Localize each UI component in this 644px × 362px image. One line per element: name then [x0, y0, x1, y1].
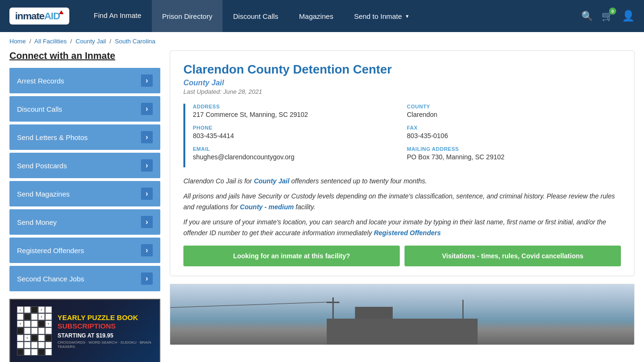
- main-layout: Connect with an Inmate Arrest Records › …: [0, 50, 644, 362]
- breadcrumb-sep-1: /: [29, 38, 31, 45]
- address-label: ADDRESS: [193, 104, 397, 109]
- fax-block: FAX 803-435-0106: [407, 125, 621, 140]
- info-grid: ADDRESS 217 Commerce St, Manning, SC 291…: [183, 104, 621, 167]
- arrow-icon: ›: [141, 131, 153, 143]
- navbar: inmate AID Find An Inmate Prison Directo…: [0, 0, 644, 32]
- email-label: EMAIL: [193, 146, 397, 152]
- nav-send-to-inmate[interactable]: Send to Inmate ▼: [344, 0, 420, 32]
- breadcrumb-sep-2: /: [70, 38, 72, 45]
- email-value: shughes@clarendoncountygov.org: [193, 153, 397, 161]
- facility-desc-2: All prisons and jails have Security or C…: [183, 191, 621, 212]
- address-value: 217 Commerce St, Manning, SC 29102: [193, 111, 397, 118]
- content: Clarendon County Detention Center County…: [170, 50, 635, 345]
- county-value: Clarendon: [407, 111, 611, 118]
- puzzle-ad-text: YEARLY PUZZLE BOOK SUBSCRIPTIONS STARTIN…: [58, 313, 153, 349]
- navbar-nav: Find An Inmate Prison Directory Discount…: [83, 0, 581, 32]
- flag-pole: [462, 300, 463, 319]
- action-buttons: Looking for an inmate at this facility? …: [183, 246, 621, 266]
- user-button[interactable]: 👤: [622, 10, 635, 22]
- breadcrumb-south-carolina[interactable]: South Carolina: [115, 38, 156, 45]
- facility-type: County Jail: [183, 79, 621, 87]
- puzzle-title: YEARLY PUZZLE BOOK SUBSCRIPTIONS: [58, 313, 153, 330]
- building-main: [327, 319, 478, 345]
- nav-discount-calls[interactable]: Discount Calls: [223, 0, 289, 32]
- sidebar-item-discount-calls[interactable]: Discount Calls ›: [9, 96, 160, 122]
- arrow-icon: ›: [141, 74, 153, 87]
- building-wing: [355, 307, 393, 319]
- facility-card: Clarendon County Detention Center County…: [170, 50, 635, 276]
- breadcrumb: Home / All Facilities / County Jail / So…: [0, 32, 644, 50]
- mailing-value: PO Box 730, Manning, SC 29102: [407, 153, 611, 161]
- arrow-icon: ›: [141, 216, 153, 228]
- address-block: ADDRESS 217 Commerce St, Manning, SC 291…: [193, 104, 407, 118]
- search-button[interactable]: 🔍: [581, 10, 593, 22]
- sidebar-item-second-chance-jobs[interactable]: Second Chance Jobs ›: [9, 266, 160, 291]
- nav-magazines[interactable]: Magazines: [289, 0, 344, 32]
- facility-desc-1: Clarendon Co Jail is for County Jail off…: [183, 176, 621, 186]
- puzzle-grid-visual: 1 2 3 4 5: [17, 306, 52, 355]
- county-block: COUNTY Clarendon: [407, 104, 621, 118]
- nav-find-inmate[interactable]: Find An Inmate: [83, 0, 152, 32]
- looking-for-inmate-button[interactable]: Looking for an inmate at this facility?: [183, 246, 400, 266]
- cart-button[interactable]: 🛒 0: [602, 10, 613, 22]
- email-block: EMAIL shughes@clarendoncountygov.org: [193, 146, 407, 161]
- logo[interactable]: inmate AID: [9, 8, 69, 25]
- arrow-icon: ›: [141, 272, 153, 285]
- puzzle-ad[interactable]: 1 2 3 4 5: [9, 299, 160, 362]
- dropdown-arrow-icon: ▼: [405, 14, 410, 19]
- breadcrumb-home[interactable]: Home: [9, 38, 26, 45]
- sidebar-item-send-magazines[interactable]: Send Magazines ›: [9, 181, 160, 206]
- nav-prison-directory[interactable]: Prison Directory: [152, 0, 223, 32]
- sidebar-title: Connect with an Inmate: [9, 50, 160, 61]
- arrow-icon: ›: [141, 159, 153, 172]
- puzzle-types: CROSSWORDS · WORD SEARCH · SUDOKU · BRAI…: [58, 340, 153, 349]
- arrow-icon: ›: [141, 244, 153, 256]
- facility-name: Clarendon County Detention Center: [183, 62, 621, 77]
- facility-updated: Last Updated: June 28, 2021: [183, 88, 621, 95]
- wire-1: [170, 302, 332, 308]
- breadcrumb-all-facilities[interactable]: All Facilities: [34, 38, 67, 45]
- puzzle-starting: STARTING AT $19.95: [58, 332, 153, 339]
- county-jail-link[interactable]: County Jail: [254, 177, 289, 185]
- fax-label: FAX: [407, 125, 611, 131]
- registered-offenders-link[interactable]: Registered Offenders: [374, 229, 441, 237]
- arrow-icon: ›: [141, 188, 153, 200]
- phone-value: 803-435-4414: [193, 132, 397, 140]
- sidebar-menu: Arrest Records › Discount Calls › Send L…: [9, 68, 160, 291]
- visitation-button[interactable]: Visitations - times, rules, Covid cancel…: [405, 246, 621, 266]
- breadcrumb-sep-3: /: [109, 38, 111, 45]
- arrow-icon: ›: [141, 103, 153, 115]
- facility-desc-3: If you are unsure of your inmate's locat…: [183, 217, 621, 238]
- cart-badge: 0: [609, 8, 616, 15]
- fax-value: 803-435-0106: [407, 132, 611, 140]
- sidebar: Connect with an Inmate Arrest Records › …: [9, 50, 160, 362]
- breadcrumb-county-jail[interactable]: County Jail: [75, 38, 106, 45]
- phone-block: PHONE 803-435-4414: [193, 125, 407, 140]
- sidebar-item-arrest-records[interactable]: Arrest Records ›: [9, 68, 160, 93]
- sidebar-item-registered-offenders[interactable]: Registered Offenders ›: [9, 238, 160, 263]
- phone-label: PHONE: [193, 125, 397, 131]
- mailing-label: MAILING ADDRESS: [407, 146, 611, 152]
- county-label: COUNTY: [407, 104, 611, 109]
- sidebar-item-send-postcards[interactable]: Send Postcards ›: [9, 153, 160, 178]
- facility-photo: [170, 284, 635, 345]
- sidebar-item-send-money[interactable]: Send Money ›: [9, 209, 160, 235]
- mailing-block: MAILING ADDRESS PO Box 730, Manning, SC …: [407, 146, 621, 161]
- sidebar-item-send-letters-photos[interactable]: Send Letters & Photos ›: [9, 124, 160, 150]
- county-medium-link[interactable]: County - medium: [240, 203, 294, 211]
- navbar-icons: 🔍 🛒 0 👤: [581, 10, 635, 22]
